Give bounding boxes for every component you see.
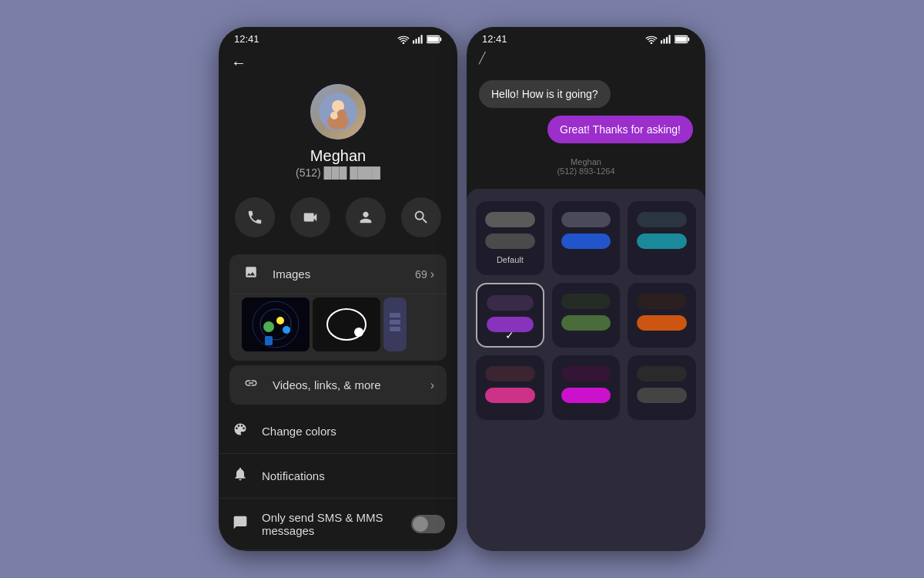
contact-phone: (512) ███ ████ — [296, 166, 380, 179]
phone1: 12:41 ← — [219, 27, 457, 551]
color-option-pink[interactable] — [476, 355, 544, 420]
color-option-magenta[interactable] — [552, 355, 621, 420]
change-colors-label: Change colors — [262, 425, 445, 438]
block-spam-item[interactable]: Block & report spam — [219, 550, 457, 551]
back-arrow-icon[interactable]: ← — [231, 54, 246, 72]
menu-list: Change colors Notifications Only send SM… — [219, 409, 457, 551]
palette-icon — [231, 422, 249, 441]
svg-rect-26 — [661, 40, 662, 43]
video-button[interactable] — [290, 197, 330, 237]
edit-indicator: ╱ — [467, 48, 705, 68]
color-bar-top-teal — [637, 212, 687, 227]
color-bar-bottom-gray-dark — [637, 388, 687, 403]
battery-icon-2 — [675, 35, 690, 44]
images-row-header[interactable]: Images 69 › — [229, 254, 447, 294]
svg-rect-19 — [313, 297, 380, 351]
videos-chevron: › — [430, 378, 434, 392]
color-bar-top-orange — [637, 294, 687, 309]
svg-rect-2 — [418, 37, 420, 43]
color-option-default[interactable]: Default — [476, 201, 544, 275]
video-icon — [302, 209, 319, 226]
color-bar-bottom-teal — [637, 234, 687, 249]
color-bar-top-blue — [561, 212, 611, 227]
svg-rect-24 — [390, 320, 400, 324]
search-button[interactable] — [401, 197, 441, 237]
sent-bubble: Great! Thanks for asking! — [547, 116, 693, 143]
call-icon — [246, 209, 263, 226]
action-buttons — [219, 191, 457, 250]
svg-rect-29 — [669, 35, 671, 43]
svg-rect-31 — [688, 37, 689, 41]
avatar-photo — [319, 92, 357, 131]
color-label-default: Default — [497, 255, 524, 264]
thumb1-image — [242, 297, 310, 351]
color-option-purple[interactable]: ✓ — [476, 283, 544, 348]
strip-image — [387, 309, 403, 340]
contact-name: Meghan — [310, 147, 366, 165]
svg-rect-12 — [242, 297, 310, 351]
svg-rect-5 — [440, 37, 441, 41]
thumbnail-2[interactable] — [313, 297, 380, 351]
color-bar-bottom-magenta — [561, 388, 611, 403]
color-option-teal[interactable] — [628, 201, 696, 275]
svg-rect-23 — [390, 313, 400, 318]
svg-rect-28 — [666, 37, 668, 43]
avatar-image — [310, 84, 366, 139]
color-option-blue[interactable] — [552, 201, 621, 275]
phone2-status-bar: 12:41 — [467, 27, 705, 48]
search-icon — [413, 209, 430, 226]
phone2-status-icons — [645, 35, 690, 44]
videos-row[interactable]: Videos, links, & more › — [229, 365, 447, 405]
color-bar-bottom-blue — [561, 234, 611, 249]
phone2: 12:41 ╱ Hello! How is it going? Great! T… — [467, 27, 705, 551]
thumb2-image — [313, 297, 380, 351]
signal-icon-2 — [661, 35, 671, 44]
thumbnail-strip[interactable] — [383, 297, 407, 351]
color-bar-top-green — [561, 294, 611, 309]
check-icon: ✓ — [505, 329, 514, 341]
contact-info-button[interactable] — [346, 197, 386, 237]
svg-rect-1 — [416, 39, 417, 43]
link-icon — [242, 376, 260, 394]
thumbnail-1[interactable] — [242, 297, 310, 351]
images-count: 69 — [415, 268, 427, 281]
back-bar[interactable]: ← — [219, 48, 457, 78]
phone1-status-icons — [397, 35, 442, 44]
svg-rect-18 — [265, 336, 273, 345]
svg-rect-3 — [421, 35, 423, 43]
color-option-green[interactable] — [552, 283, 621, 348]
avatar — [310, 84, 366, 139]
call-button[interactable] — [235, 197, 275, 237]
color-bar-top-pink — [485, 366, 535, 381]
color-picker-sheet: Default ✓ — [467, 189, 705, 551]
notifications-item[interactable]: Notifications — [219, 454, 457, 499]
person-icon — [357, 209, 374, 226]
svg-rect-25 — [390, 327, 400, 331]
svg-rect-6 — [427, 36, 439, 42]
received-bubble: Hello! How is it going? — [479, 80, 611, 108]
change-colors-item[interactable]: Change colors — [219, 409, 457, 454]
images-icon — [242, 265, 260, 283]
color-option-orange[interactable] — [628, 283, 696, 348]
videos-section: Videos, links, & more › — [229, 365, 447, 405]
sms-only-item[interactable]: Only send SMS & MMS messages — [219, 499, 457, 550]
phone1-status-bar: 12:41 — [219, 27, 457, 48]
color-bar-top-default — [485, 212, 535, 227]
svg-point-11 — [337, 109, 346, 119]
color-bar-bottom-orange — [637, 315, 687, 331]
sms-only-label: Only send SMS & MMS messages — [262, 511, 411, 537]
notifications-label: Notifications — [262, 469, 445, 482]
svg-point-16 — [276, 317, 284, 324]
sms-toggle[interactable] — [411, 515, 445, 533]
svg-point-15 — [263, 321, 274, 332]
images-chevron: › — [430, 267, 434, 281]
color-option-gray-dark[interactable] — [628, 355, 696, 420]
svg-point-17 — [283, 326, 290, 334]
chat-contact-info: Meghan (512) 893-1264 — [479, 157, 693, 176]
svg-rect-32 — [675, 36, 687, 42]
wifi-icon — [397, 35, 410, 44]
color-bar-bottom-default — [485, 234, 535, 249]
color-bar-top-gray-dark — [637, 366, 687, 381]
color-bar-bottom-pink — [485, 388, 535, 403]
color-grid: Default ✓ — [476, 201, 696, 420]
